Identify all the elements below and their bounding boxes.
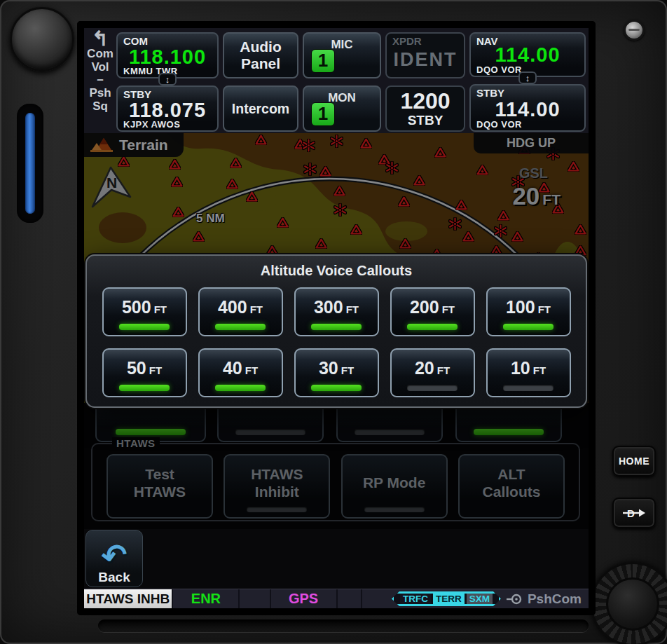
gtn-unit: HOME D ↰ Com Vol – Psh Sq COM 118.1 [0,0,667,644]
direct-to-icon: D [622,507,646,519]
callout-10ft-button[interactable]: 10FT [486,348,571,397]
status-cell-empty [240,589,270,608]
home-button[interactable]: HOME [612,446,656,477]
back-arrow-icon: ↶ [99,540,129,571]
xpdr-code-field[interactable]: 1200 STBY [385,85,465,132]
mon-button[interactable]: MON 1 [303,85,381,132]
callout-300ft-button[interactable]: 300FT [294,287,379,336]
xpdr-ident-button[interactable]: XPDR IDENT [385,32,465,78]
knob-hint-label: PshCom [528,591,589,607]
status-bar: HTAWS INHB ENR GPS TRFC TERR SXM PshCom [84,589,589,608]
direct-to-button[interactable]: D [612,498,656,528]
callout-40ft-button[interactable]: 40FT [198,348,283,397]
nav-active-field[interactable]: NAV 114.00 DQO VOR [469,32,586,77]
callout-100ft-button[interactable]: 100FT [486,287,571,336]
back-button[interactable]: ↶ Back [85,530,143,587]
status-cell-empty [338,589,362,608]
svg-text:D: D [627,507,635,519]
touchscreen: ↰ Com Vol – Psh Sq COM 118.100 KMMU TWR … [84,28,589,608]
footer-bar: ↶ Back [84,529,589,589]
datalink-products-badge: TRFC TERR SXM [392,591,501,606]
radio-bar: ↰ Com Vol – Psh Sq COM 118.100 KMMU TWR … [84,28,589,133]
mic-channel-badge: 1 [311,49,335,73]
dialog-title: Altitude Voice Callouts [87,263,586,279]
altitude-voice-callouts-dialog: Altitude Voice Callouts 500FT 400FT 300F… [85,254,587,408]
callout-50ft-button[interactable]: 50FT [102,348,187,397]
fms-knob-outer[interactable] [591,562,667,644]
bezel-groove [98,619,589,632]
volume-knob[interactable] [10,7,74,71]
com-swap-icon[interactable]: ↕ [158,73,177,85]
bezel-screw [624,20,645,41]
sd-card [25,113,35,214]
knob-hint-icon [506,594,523,605]
nav-standby-field[interactable]: STBY 114.00 DQO VOR [469,84,586,132]
com-volume-label: ↰ Com Vol – Psh Sq [85,29,115,132]
datalink-status: TRFC TERR SXM PshCom [362,589,589,608]
nav-swap-icon[interactable]: ↕ [518,71,537,84]
callout-400ft-button[interactable]: 400FT [198,287,283,336]
mic-button[interactable]: MIC 1 [303,32,381,78]
mon-channel-badge: 1 [311,102,335,126]
flight-phase-label: ENR [173,589,240,608]
com-active-field[interactable]: COM 118.100 KMMU TWR [116,32,219,78]
intercom-button[interactable]: Intercom [223,85,298,132]
com-vol-arrow-icon: ↰ [85,29,115,48]
htaws-annunciator: HTAWS INHB [84,589,173,608]
fms-knob-inner[interactable] [606,577,659,631]
com-standby-field[interactable]: STBY 118.075 KJPX AWOS [116,85,219,132]
nav-source-label: GPS [271,589,338,608]
callout-20ft-button[interactable]: 20FT [390,348,475,397]
callout-500ft-button[interactable]: 500FT [102,287,187,336]
audio-panel-button[interactable]: Audio Panel [223,32,298,78]
callout-200ft-button[interactable]: 200FT [390,287,475,336]
sd-card-slot [17,104,43,223]
callout-30ft-button[interactable]: 30FT [294,348,379,397]
